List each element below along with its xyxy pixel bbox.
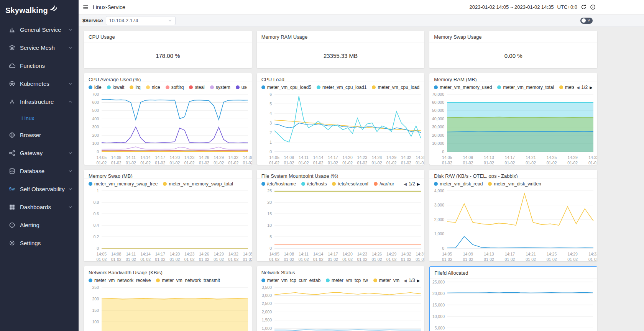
- gear-icon: [8, 240, 15, 247]
- chart-canvas[interactable]: 05,00010,00015,00020,00025,000: [430, 279, 597, 331]
- legend-item[interactable]: /etc/hostname: [261, 181, 296, 187]
- legend-item[interactable]: meter_vm_memory_total: [497, 85, 554, 90]
- legend-item[interactable]: irq: [130, 85, 140, 90]
- refresh-icon[interactable]: [581, 4, 586, 10]
- chart-canvas[interactable]: 0123456: [257, 91, 425, 153]
- legend-pager-next-icon[interactable]: ▶: [417, 279, 420, 283]
- sidebar-item-general-service[interactable]: General Service: [0, 21, 79, 39]
- chart-area[interactable]: 010020030040050060070014:0501-0214:0801-…: [84, 91, 252, 165]
- legend-item[interactable]: user: [236, 85, 247, 90]
- version-toggle[interactable]: V: [580, 18, 593, 24]
- series-line: [447, 117, 593, 118]
- legend-item[interactable]: meter_vm_network_receive: [89, 278, 151, 283]
- legend-item[interactable]: meter_vm_cpu_load1: [317, 85, 366, 90]
- legend-item[interactable]: /etc/hosts: [301, 181, 327, 187]
- legend-item[interactable]: meter_vm_disk_read: [434, 181, 483, 187]
- sidebar-item-kubernetes[interactable]: Kubernetes: [0, 75, 79, 93]
- sidebar-item-gateway[interactable]: Gateway: [0, 144, 79, 162]
- legend-item[interactable]: /etc/resolv.conf: [332, 181, 368, 187]
- legend-item[interactable]: meter_vm_t: [373, 278, 401, 283]
- legend-item[interactable]: meter_vm_cpu_load15: [372, 85, 420, 90]
- chart-area[interactable]: 05010015020025014:0501-0214:0801-0214:11…: [84, 284, 252, 331]
- time-range[interactable]: 2023-01-02 14:05 ~ 2023-01-02 14:35: [470, 4, 554, 10]
- legend-item[interactable]: meter_vm_disk_written: [488, 181, 541, 187]
- legend-item[interactable]: meter_vm_tcp_tw: [326, 278, 368, 283]
- card-title: CPU Usage: [84, 31, 252, 43]
- y-tick-label: 0: [442, 149, 444, 154]
- card-title: File System Mountpoint Usage (%): [257, 170, 425, 179]
- legend-item[interactable]: meter_vm_memory_swap_total: [163, 181, 233, 187]
- chart-area[interactable]: 01,0002,0003,0004,00014:0501-0214:0901-0…: [429, 188, 597, 261]
- legend-label: /etc/hostname: [267, 181, 296, 187]
- chart-area[interactable]: 051015202514:0501-0214:0801-0214:1101-02…: [257, 188, 425, 261]
- y-tick-label: 2,000: [434, 217, 444, 222]
- legend-item[interactable]: softirq: [166, 85, 184, 90]
- legend-item[interactable]: meter_vm_memory_swap_free: [89, 181, 158, 187]
- legend-dot: [107, 85, 111, 89]
- sidebar-item-database[interactable]: Database: [0, 162, 79, 180]
- chevron-down-icon: [68, 82, 72, 86]
- menu-list-icon[interactable]: [82, 4, 89, 10]
- chart-area[interactable]: 00.20.40.60.8114:0501-0214:0801-0214:110…: [84, 188, 252, 261]
- legend-label: meter_vm_network_transmit: [162, 278, 220, 283]
- sidebar-item-self-observability[interactable]: Sw Self Observability: [0, 180, 79, 198]
- sidebar-item-dashboards[interactable]: Dashboards: [0, 198, 79, 216]
- legend-dot: [373, 279, 377, 282]
- chart-card-file-system-usage: File System Mountpoint Usage (%) /etc/ho…: [257, 170, 425, 261]
- sidebar-item-label: Settings: [20, 240, 41, 246]
- sidebar-item-service-mesh[interactable]: Service Mesh: [0, 39, 79, 57]
- sidebar-item-browser[interactable]: Browser: [0, 126, 79, 144]
- y-tick-label: 200: [92, 297, 99, 301]
- chart-canvas[interactable]: 05001,0001,5002,0002,5003,0003,500: [257, 284, 425, 331]
- chart-canvas[interactable]: 0510152025: [257, 188, 425, 250]
- x-tick-label: 14:3301-02: [588, 252, 597, 261]
- legend-pager-prev-icon[interactable]: ◀: [577, 85, 580, 90]
- x-tick-label: 14:0801-02: [111, 155, 122, 165]
- chart-area[interactable]: 05,00010,00015,00020,00025,00014:0501-02…: [430, 279, 597, 331]
- legend-pager-next-icon[interactable]: ▶: [590, 85, 593, 90]
- bar-chart-icon: [8, 26, 15, 33]
- alert-icon: [8, 222, 15, 229]
- sidebar-item-functions[interactable]: Functions: [0, 57, 79, 75]
- chart-area[interactable]: 010,00020,00030,00040,00050,00060,00070,…: [429, 91, 597, 165]
- chart-canvas[interactable]: 01,0002,0003,0004,000: [429, 188, 597, 250]
- chevron-down-icon: [168, 18, 172, 23]
- chart-canvas[interactable]: 050100150200250: [84, 284, 252, 331]
- info-icon[interactable]: [590, 4, 596, 10]
- logo-text: Skywalking: [5, 6, 48, 15]
- chart-area[interactable]: 012345614:0501-0214:0801-0214:1101-0214:…: [257, 91, 425, 165]
- sidebar-item-linux[interactable]: Linux: [0, 111, 79, 126]
- chart-canvas[interactable]: 0100200300400500600700: [84, 91, 252, 153]
- legend-item[interactable]: steal: [189, 85, 204, 90]
- sidebar-item-infrastructure[interactable]: Infrastructure: [0, 93, 79, 111]
- app-logo[interactable]: Skywalking: [0, 0, 79, 21]
- legend-item[interactable]: meter: [559, 85, 574, 90]
- legend-item[interactable]: system: [210, 85, 230, 90]
- sidebar-item-settings[interactable]: Settings: [0, 234, 79, 252]
- service-select[interactable]: 10.104.2.174: [106, 16, 176, 25]
- legend-item[interactable]: iowait: [107, 85, 125, 90]
- legend-pager-prev-icon[interactable]: ◀: [404, 182, 407, 186]
- legend-item[interactable]: idle: [89, 85, 102, 90]
- stat-value: 178.00 %: [84, 43, 252, 68]
- legend-item[interactable]: meter_vm_network_transmit: [156, 278, 220, 283]
- legend-pager-prev-icon[interactable]: ◀: [404, 279, 407, 283]
- legend-item[interactable]: meter_vm_tcp_curr_estab: [261, 278, 320, 283]
- legend-item[interactable]: nice: [146, 85, 160, 90]
- legend-item[interactable]: /var/rur: [374, 181, 394, 187]
- x-tick-label: 14:0901-02: [463, 155, 473, 165]
- x-tick-label: 14:2101-02: [526, 155, 536, 165]
- x-axis-labels: 14:0501-0214:0801-0214:1101-0214:1401-02…: [257, 251, 425, 261]
- chart-legend: meter_vm_disk_readmeter_vm_disk_written: [429, 179, 597, 188]
- legend-item[interactable]: meter_vm_memory_used: [434, 85, 492, 90]
- chart-canvas[interactable]: 010,00020,00030,00040,00050,00060,00070,…: [429, 91, 597, 153]
- chart-area[interactable]: 05001,0001,5002,0002,5003,0003,50014:050…: [257, 284, 425, 331]
- x-tick-label: 14:3201-02: [228, 252, 238, 261]
- legend-item[interactable]: meter_vm_cpu_load5: [261, 85, 311, 90]
- x-tick-label: 14:2601-02: [199, 155, 209, 165]
- chart-card-disk-rw: Disk R/W (KB/s - OTEL, ops - Zabbix) met…: [429, 170, 597, 261]
- chart-canvas[interactable]: 00.20.40.60.81: [84, 188, 252, 250]
- x-tick-label: 14:2601-02: [199, 252, 209, 261]
- sidebar-item-alerting[interactable]: Alerting: [0, 216, 79, 234]
- legend-pager-next-icon[interactable]: ▶: [417, 182, 420, 186]
